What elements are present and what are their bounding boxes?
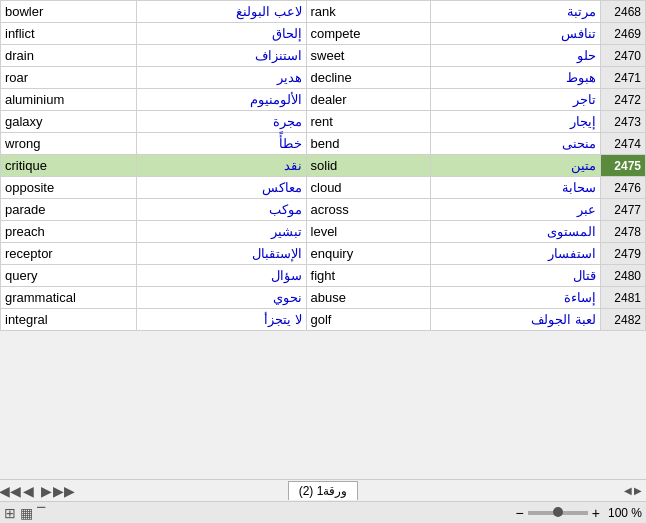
sheet-nav-icons: ◀◀ ◀ ▶ ▶▶ bbox=[2, 483, 72, 499]
table-row: استفسار bbox=[430, 243, 600, 265]
table-row: معاكس bbox=[136, 177, 306, 199]
table-row: sweet bbox=[306, 45, 430, 67]
table-row: تاجر bbox=[430, 89, 600, 111]
table-row: opposite bbox=[1, 177, 137, 199]
table-row: نقد bbox=[136, 155, 306, 177]
row-number: 2471 bbox=[600, 67, 645, 89]
zoom-percent: 100 % bbox=[608, 506, 642, 520]
row-number: 2477 bbox=[600, 199, 645, 221]
bottom-bar: ◀◀ ◀ ▶ ▶▶ ورقة1 (2) ◀ ▶ bbox=[0, 479, 646, 501]
table-row: لاعب البولنغ bbox=[136, 1, 306, 23]
table-row: aluminium bbox=[1, 89, 137, 111]
spreadsheet-container: bowlerلاعب البولنغrankمرتبة2468inflictإل… bbox=[0, 0, 646, 523]
table-row: compete bbox=[306, 23, 430, 45]
table-row: decline bbox=[306, 67, 430, 89]
row-number: 2472 bbox=[600, 89, 645, 111]
table-row: عبر bbox=[430, 199, 600, 221]
row-number: 2479 bbox=[600, 243, 645, 265]
row-number: 2482 bbox=[600, 309, 645, 331]
zoom-control: − + 100 % bbox=[516, 505, 642, 521]
scroll-left-arrow[interactable]: ◀ bbox=[624, 485, 632, 496]
table-icon[interactable]: ▦ bbox=[20, 505, 33, 521]
status-bar: ⊞ ▦ ⎺ − + 100 % bbox=[0, 501, 646, 523]
table-row: المستوى bbox=[430, 221, 600, 243]
table-row: سحابة bbox=[430, 177, 600, 199]
table-row: galaxy bbox=[1, 111, 137, 133]
table-row: إيجار bbox=[430, 111, 600, 133]
grid-icon[interactable]: ⊞ bbox=[4, 505, 16, 521]
nav-next-icon[interactable]: ▶ bbox=[38, 483, 54, 499]
row-number: 2470 bbox=[600, 45, 645, 67]
table-row: query bbox=[1, 265, 137, 287]
sheet-tab[interactable]: ورقة1 (2) bbox=[288, 481, 359, 500]
table-row: bowler bbox=[1, 1, 137, 23]
table-row: rent bbox=[306, 111, 430, 133]
row-number: 2469 bbox=[600, 23, 645, 45]
table-row: wrong bbox=[1, 133, 137, 155]
table-row: منحنى bbox=[430, 133, 600, 155]
nav-last-icon[interactable]: ▶▶ bbox=[56, 483, 72, 499]
table-row: across bbox=[306, 199, 430, 221]
table-row: parade bbox=[1, 199, 137, 221]
table-row: grammatical bbox=[1, 287, 137, 309]
table-row: لا يتجزأ bbox=[136, 309, 306, 331]
table-row: إلحاق bbox=[136, 23, 306, 45]
table-row: cloud bbox=[306, 177, 430, 199]
table-row: هبوط bbox=[430, 67, 600, 89]
table-row: preach bbox=[1, 221, 137, 243]
zoom-slider[interactable] bbox=[528, 511, 588, 515]
table-row: enquiry bbox=[306, 243, 430, 265]
table-row: golf bbox=[306, 309, 430, 331]
chart-icon[interactable]: ⎺ bbox=[37, 505, 45, 521]
table-row: مرتبة bbox=[430, 1, 600, 23]
scroll-arrows: ◀ ▶ bbox=[624, 485, 642, 496]
table-row: استنزاف bbox=[136, 45, 306, 67]
table-row: متين bbox=[430, 155, 600, 177]
row-number: 2476 bbox=[600, 177, 645, 199]
table-row: integral bbox=[1, 309, 137, 331]
nav-first-icon[interactable]: ◀◀ bbox=[2, 483, 18, 499]
row-number: 2478 bbox=[600, 221, 645, 243]
table-row: هدير bbox=[136, 67, 306, 89]
table-row: level bbox=[306, 221, 430, 243]
table-row: الألومنيوم bbox=[136, 89, 306, 111]
table-row: drain bbox=[1, 45, 137, 67]
table-row: inflict bbox=[1, 23, 137, 45]
table-area: bowlerلاعب البولنغrankمرتبة2468inflictإل… bbox=[0, 0, 646, 479]
table-row: سؤال bbox=[136, 265, 306, 287]
table-row: roar bbox=[1, 67, 137, 89]
table-row: نحوي bbox=[136, 287, 306, 309]
table-row: critique bbox=[1, 155, 137, 177]
zoom-out-icon[interactable]: − bbox=[516, 505, 524, 521]
row-number: 2481 bbox=[600, 287, 645, 309]
table-row: خطأً bbox=[136, 133, 306, 155]
status-icons-left: ⊞ ▦ ⎺ bbox=[4, 505, 45, 521]
table-row: إساءة bbox=[430, 287, 600, 309]
row-number: 2473 bbox=[600, 111, 645, 133]
table-row: موكب bbox=[136, 199, 306, 221]
row-number: 2474 bbox=[600, 133, 645, 155]
scroll-right-arrow[interactable]: ▶ bbox=[634, 485, 642, 496]
table-row: fight bbox=[306, 265, 430, 287]
row-number: 2468 bbox=[600, 1, 645, 23]
table-row: receptor bbox=[1, 243, 137, 265]
zoom-in-icon[interactable]: + bbox=[592, 505, 600, 521]
table-row: solid bbox=[306, 155, 430, 177]
table-row: مجرة bbox=[136, 111, 306, 133]
table-row: تبشير bbox=[136, 221, 306, 243]
row-number: 2480 bbox=[600, 265, 645, 287]
table-row: bend bbox=[306, 133, 430, 155]
table-row: rank bbox=[306, 1, 430, 23]
data-table: bowlerلاعب البولنغrankمرتبة2468inflictإل… bbox=[0, 0, 646, 331]
table-row: الإستقبال bbox=[136, 243, 306, 265]
nav-prev-icon[interactable]: ◀ bbox=[20, 483, 36, 499]
table-row: حلو bbox=[430, 45, 600, 67]
table-row: لعبة الجولف bbox=[430, 309, 600, 331]
table-row: تنافس bbox=[430, 23, 600, 45]
table-row: قتال bbox=[430, 265, 600, 287]
zoom-thumb bbox=[553, 507, 563, 517]
table-row: dealer bbox=[306, 89, 430, 111]
table-row: abuse bbox=[306, 287, 430, 309]
row-number: 2475 bbox=[600, 155, 645, 177]
